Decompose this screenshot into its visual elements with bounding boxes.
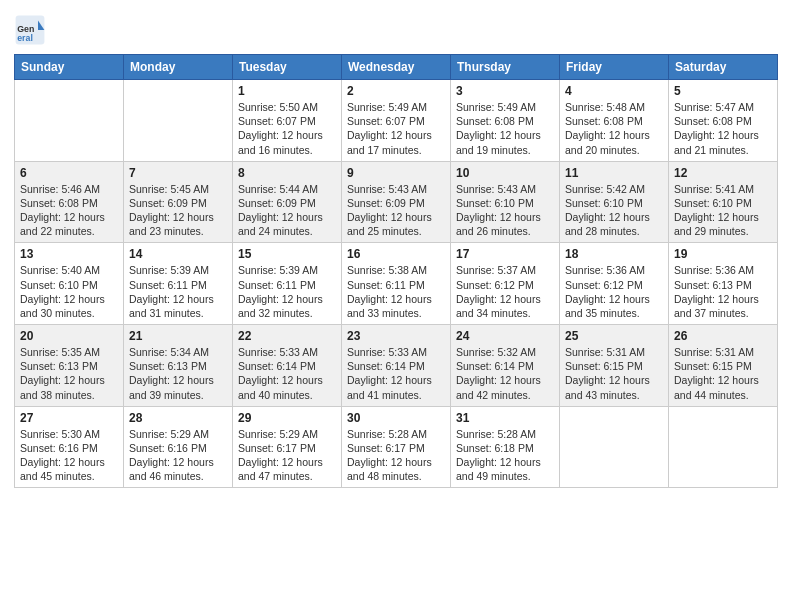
day-number: 30 (347, 411, 445, 425)
day-cell: 8Sunrise: 5:44 AMSunset: 6:09 PMDaylight… (233, 161, 342, 243)
day-number: 28 (129, 411, 227, 425)
day-number: 15 (238, 247, 336, 261)
day-cell: 22Sunrise: 5:33 AMSunset: 6:14 PMDayligh… (233, 325, 342, 407)
day-number: 22 (238, 329, 336, 343)
day-number: 25 (565, 329, 663, 343)
logo: Gen eral (14, 14, 48, 46)
day-number: 21 (129, 329, 227, 343)
day-number: 13 (20, 247, 118, 261)
day-cell: 27Sunrise: 5:30 AMSunset: 6:16 PMDayligh… (15, 406, 124, 488)
day-info: Sunrise: 5:46 AMSunset: 6:08 PMDaylight:… (20, 182, 118, 239)
column-header-sunday: Sunday (15, 55, 124, 80)
day-number: 5 (674, 84, 772, 98)
day-cell: 2Sunrise: 5:49 AMSunset: 6:07 PMDaylight… (342, 80, 451, 162)
day-info: Sunrise: 5:28 AMSunset: 6:18 PMDaylight:… (456, 427, 554, 484)
day-info: Sunrise: 5:34 AMSunset: 6:13 PMDaylight:… (129, 345, 227, 402)
week-row-3: 13Sunrise: 5:40 AMSunset: 6:10 PMDayligh… (15, 243, 778, 325)
day-info: Sunrise: 5:32 AMSunset: 6:14 PMDaylight:… (456, 345, 554, 402)
day-cell: 9Sunrise: 5:43 AMSunset: 6:09 PMDaylight… (342, 161, 451, 243)
day-cell: 20Sunrise: 5:35 AMSunset: 6:13 PMDayligh… (15, 325, 124, 407)
day-cell: 26Sunrise: 5:31 AMSunset: 6:15 PMDayligh… (669, 325, 778, 407)
week-row-2: 6Sunrise: 5:46 AMSunset: 6:08 PMDaylight… (15, 161, 778, 243)
day-info: Sunrise: 5:49 AMSunset: 6:08 PMDaylight:… (456, 100, 554, 157)
day-number: 8 (238, 166, 336, 180)
day-number: 26 (674, 329, 772, 343)
day-number: 17 (456, 247, 554, 261)
day-info: Sunrise: 5:48 AMSunset: 6:08 PMDaylight:… (565, 100, 663, 157)
day-cell: 19Sunrise: 5:36 AMSunset: 6:13 PMDayligh… (669, 243, 778, 325)
day-number: 23 (347, 329, 445, 343)
day-number: 10 (456, 166, 554, 180)
day-cell: 25Sunrise: 5:31 AMSunset: 6:15 PMDayligh… (560, 325, 669, 407)
day-info: Sunrise: 5:49 AMSunset: 6:07 PMDaylight:… (347, 100, 445, 157)
day-cell: 24Sunrise: 5:32 AMSunset: 6:14 PMDayligh… (451, 325, 560, 407)
day-info: Sunrise: 5:50 AMSunset: 6:07 PMDaylight:… (238, 100, 336, 157)
day-number: 12 (674, 166, 772, 180)
day-cell: 23Sunrise: 5:33 AMSunset: 6:14 PMDayligh… (342, 325, 451, 407)
day-info: Sunrise: 5:42 AMSunset: 6:10 PMDaylight:… (565, 182, 663, 239)
day-cell: 16Sunrise: 5:38 AMSunset: 6:11 PMDayligh… (342, 243, 451, 325)
day-cell (124, 80, 233, 162)
day-number: 6 (20, 166, 118, 180)
day-cell (669, 406, 778, 488)
page: Gen eral SundayMondayTuesdayWednesdayThu… (0, 0, 792, 612)
calendar-header: SundayMondayTuesdayWednesdayThursdayFrid… (15, 55, 778, 80)
day-info: Sunrise: 5:40 AMSunset: 6:10 PMDaylight:… (20, 263, 118, 320)
logo-icon: Gen eral (14, 14, 46, 46)
header: Gen eral (14, 10, 778, 46)
day-number: 29 (238, 411, 336, 425)
day-info: Sunrise: 5:39 AMSunset: 6:11 PMDaylight:… (238, 263, 336, 320)
day-info: Sunrise: 5:29 AMSunset: 6:16 PMDaylight:… (129, 427, 227, 484)
day-number: 2 (347, 84, 445, 98)
day-cell: 15Sunrise: 5:39 AMSunset: 6:11 PMDayligh… (233, 243, 342, 325)
day-number: 11 (565, 166, 663, 180)
day-cell: 3Sunrise: 5:49 AMSunset: 6:08 PMDaylight… (451, 80, 560, 162)
day-cell: 13Sunrise: 5:40 AMSunset: 6:10 PMDayligh… (15, 243, 124, 325)
day-cell: 21Sunrise: 5:34 AMSunset: 6:13 PMDayligh… (124, 325, 233, 407)
day-info: Sunrise: 5:45 AMSunset: 6:09 PMDaylight:… (129, 182, 227, 239)
column-header-thursday: Thursday (451, 55, 560, 80)
day-info: Sunrise: 5:39 AMSunset: 6:11 PMDaylight:… (129, 263, 227, 320)
day-info: Sunrise: 5:29 AMSunset: 6:17 PMDaylight:… (238, 427, 336, 484)
day-number: 4 (565, 84, 663, 98)
day-cell: 29Sunrise: 5:29 AMSunset: 6:17 PMDayligh… (233, 406, 342, 488)
day-info: Sunrise: 5:36 AMSunset: 6:13 PMDaylight:… (674, 263, 772, 320)
day-number: 24 (456, 329, 554, 343)
day-number: 27 (20, 411, 118, 425)
day-info: Sunrise: 5:28 AMSunset: 6:17 PMDaylight:… (347, 427, 445, 484)
day-number: 9 (347, 166, 445, 180)
svg-text:Gen: Gen (17, 24, 34, 34)
day-cell: 10Sunrise: 5:43 AMSunset: 6:10 PMDayligh… (451, 161, 560, 243)
day-cell: 17Sunrise: 5:37 AMSunset: 6:12 PMDayligh… (451, 243, 560, 325)
day-number: 16 (347, 247, 445, 261)
day-number: 7 (129, 166, 227, 180)
day-info: Sunrise: 5:33 AMSunset: 6:14 PMDaylight:… (238, 345, 336, 402)
column-header-saturday: Saturday (669, 55, 778, 80)
day-cell: 4Sunrise: 5:48 AMSunset: 6:08 PMDaylight… (560, 80, 669, 162)
day-info: Sunrise: 5:43 AMSunset: 6:09 PMDaylight:… (347, 182, 445, 239)
day-number: 19 (674, 247, 772, 261)
week-row-4: 20Sunrise: 5:35 AMSunset: 6:13 PMDayligh… (15, 325, 778, 407)
column-header-wednesday: Wednesday (342, 55, 451, 80)
day-number: 20 (20, 329, 118, 343)
day-info: Sunrise: 5:43 AMSunset: 6:10 PMDaylight:… (456, 182, 554, 239)
day-info: Sunrise: 5:47 AMSunset: 6:08 PMDaylight:… (674, 100, 772, 157)
day-cell: 30Sunrise: 5:28 AMSunset: 6:17 PMDayligh… (342, 406, 451, 488)
day-info: Sunrise: 5:31 AMSunset: 6:15 PMDaylight:… (565, 345, 663, 402)
day-cell (15, 80, 124, 162)
day-info: Sunrise: 5:44 AMSunset: 6:09 PMDaylight:… (238, 182, 336, 239)
day-info: Sunrise: 5:35 AMSunset: 6:13 PMDaylight:… (20, 345, 118, 402)
header-row: SundayMondayTuesdayWednesdayThursdayFrid… (15, 55, 778, 80)
day-info: Sunrise: 5:38 AMSunset: 6:11 PMDaylight:… (347, 263, 445, 320)
week-row-5: 27Sunrise: 5:30 AMSunset: 6:16 PMDayligh… (15, 406, 778, 488)
svg-text:eral: eral (17, 33, 33, 43)
day-info: Sunrise: 5:37 AMSunset: 6:12 PMDaylight:… (456, 263, 554, 320)
day-number: 1 (238, 84, 336, 98)
day-number: 14 (129, 247, 227, 261)
day-cell: 31Sunrise: 5:28 AMSunset: 6:18 PMDayligh… (451, 406, 560, 488)
calendar-body: 1Sunrise: 5:50 AMSunset: 6:07 PMDaylight… (15, 80, 778, 488)
day-info: Sunrise: 5:33 AMSunset: 6:14 PMDaylight:… (347, 345, 445, 402)
day-info: Sunrise: 5:36 AMSunset: 6:12 PMDaylight:… (565, 263, 663, 320)
day-cell: 18Sunrise: 5:36 AMSunset: 6:12 PMDayligh… (560, 243, 669, 325)
day-number: 31 (456, 411, 554, 425)
